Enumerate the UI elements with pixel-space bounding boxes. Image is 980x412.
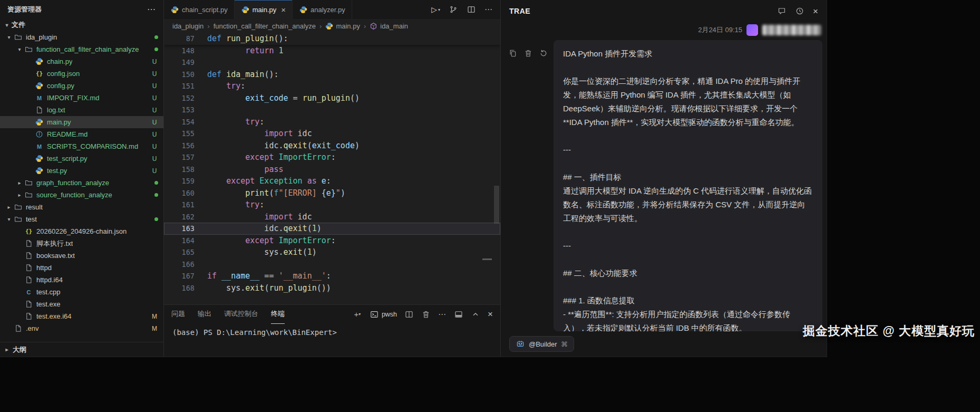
line-number[interactable]: 151: [164, 80, 207, 92]
line-number[interactable]: 167: [164, 270, 207, 282]
tree-item[interactable]: README.mdU: [0, 128, 163, 140]
branch-icon[interactable]: [449, 5, 458, 14]
panel-tab-终端[interactable]: 终端: [271, 305, 285, 324]
close-icon[interactable]: ×: [281, 6, 286, 14]
line-number[interactable]: 154: [164, 116, 207, 128]
terminal-profile[interactable]: pwsh: [370, 310, 397, 319]
line-number[interactable]: 150: [164, 69, 207, 81]
tree-item[interactable]: ▸graph_function_analyze: [0, 177, 163, 189]
code-line[interactable]: 166: [164, 258, 500, 271]
line-number[interactable]: 163: [164, 223, 207, 235]
line-number[interactable]: 155: [164, 128, 207, 140]
copy-message-button[interactable]: [508, 49, 518, 58]
code-line[interactable]: 164 except ImportError:: [164, 235, 500, 247]
tree-item[interactable]: test_script.pyU: [0, 152, 163, 165]
builder-chip[interactable]: @Builder ⌘: [509, 336, 574, 352]
code-line[interactable]: 161 try:: [164, 199, 500, 211]
tab-main.py[interactable]: main.py×: [235, 0, 293, 19]
line-number[interactable]: 164: [164, 235, 207, 247]
outline-section-header[interactable]: ▸ 大纲: [0, 342, 163, 357]
tree-item[interactable]: httpd: [0, 262, 163, 274]
line-number[interactable]: 148: [164, 45, 207, 57]
tree-item[interactable]: ▸result: [0, 201, 163, 213]
code-line[interactable]: 153: [164, 104, 500, 116]
tree-item[interactable]: chain.pyU: [0, 55, 163, 68]
code-line[interactable]: 160 print(f"[ERROR] {e}"): [164, 187, 500, 199]
history-icon[interactable]: [795, 6, 804, 16]
line-number[interactable]: 158: [164, 164, 207, 176]
maximize-panel-button[interactable]: [471, 310, 480, 319]
code-line[interactable]: 156 idc.qexit(exit_code): [164, 140, 500, 152]
breadcrumb-item[interactable]: main.py: [325, 22, 360, 30]
line-number[interactable]: 159: [164, 175, 207, 187]
tree-item[interactable]: config.pyU: [0, 80, 163, 92]
code-line[interactable]: 163 idc.qexit(1): [164, 223, 500, 235]
files-section-header[interactable]: ▾ 文件: [0, 18, 163, 31]
tree-item[interactable]: {}config.jsonU: [0, 68, 163, 80]
tree-item[interactable]: MSCRIPTS_COMPARISON.mdU: [0, 140, 163, 152]
tree-item[interactable]: ▸source_function_analyze: [0, 189, 163, 201]
scrollbar[interactable]: [494, 186, 499, 224]
code-line[interactable]: 155 import idc: [164, 128, 500, 140]
feedback-icon[interactable]: [777, 6, 787, 16]
line-number[interactable]: 156: [164, 140, 207, 152]
kill-terminal-button[interactable]: [421, 310, 431, 319]
line-number[interactable]: 160: [164, 187, 207, 199]
line-number[interactable]: 168: [164, 282, 207, 294]
panel-layout-button[interactable]: [454, 310, 463, 319]
new-terminal-button[interactable]: +▾: [353, 310, 362, 319]
line-number[interactable]: 153: [164, 104, 207, 116]
tab-analyzer.py[interactable]: analyzer.py: [293, 0, 352, 19]
line-number[interactable]: 162: [164, 211, 207, 223]
tree-item[interactable]: ▾test: [0, 213, 163, 225]
tree-item[interactable]: test.exe.i64M: [0, 310, 163, 322]
panel-tab-调试控制台[interactable]: 调试控制台: [224, 305, 258, 324]
code-line[interactable]: 167if __name__ == '__main__':: [164, 270, 500, 282]
tree-item[interactable]: httpd.i64: [0, 274, 163, 286]
sticky-scroll-line[interactable]: 87def run_plugin():: [164, 33, 500, 45]
line-number[interactable]: 165: [164, 246, 207, 258]
delete-message-button[interactable]: [523, 49, 533, 58]
code-line[interactable]: 149: [164, 56, 500, 69]
line-number[interactable]: 166: [164, 258, 207, 271]
run-button[interactable]: ▷▾: [431, 5, 440, 14]
split-terminal-button[interactable]: [404, 310, 414, 319]
breadcrumb-item[interactable]: ida_plugin: [172, 22, 203, 30]
retry-message-button[interactable]: [539, 49, 548, 58]
code-line[interactable]: 159 except Exception as e:: [164, 175, 500, 187]
tree-item[interactable]: {}20260226_204926-chain.json: [0, 225, 163, 237]
tree-item[interactable]: test.exe: [0, 298, 163, 310]
line-number[interactable]: 149: [164, 56, 207, 69]
panel-tab-输出[interactable]: 输出: [198, 305, 211, 324]
code-editor[interactable]: 87def run_plugin(): 148 return 1149150de…: [164, 33, 500, 304]
tree-item[interactable]: log.txtU: [0, 104, 163, 116]
panel-tab-问题[interactable]: 问题: [171, 305, 185, 324]
split-editor-button[interactable]: [467, 5, 476, 14]
terminal-more-button[interactable]: ⋯: [438, 310, 447, 319]
tab-chain_script.py[interactable]: chain_script.py: [164, 0, 235, 19]
breadcrumb-item[interactable]: ida_main: [370, 22, 408, 30]
line-number[interactable]: 152: [164, 92, 207, 104]
tree-item[interactable]: .envM: [0, 322, 163, 334]
code-line[interactable]: 157 except ImportError:: [164, 151, 500, 164]
terminal[interactable]: (base) PS D:\Learning\work\BinExpert>: [164, 323, 500, 357]
tree-item[interactable]: ▾function_call_filter_chain_analyze: [0, 43, 163, 55]
tree-item[interactable]: booksave.txt: [0, 250, 163, 262]
tree-item[interactable]: Ctest.cpp: [0, 286, 163, 298]
tree-item[interactable]: 脚本执行.txt: [0, 237, 163, 250]
code-line[interactable]: 148 return 1: [164, 45, 500, 57]
line-number[interactable]: 87: [164, 33, 207, 45]
close-chat-button[interactable]: ×: [813, 7, 818, 16]
tree-item[interactable]: ▾ida_plugin: [0, 31, 163, 43]
code-line[interactable]: 87def run_plugin():: [164, 33, 500, 45]
editor-more-button[interactable]: ⋯: [484, 5, 493, 14]
line-number[interactable]: 161: [164, 199, 207, 211]
breadcrumb-item[interactable]: function_call_filter_chain_analyze: [214, 22, 316, 30]
code-line[interactable]: 162 import idc: [164, 211, 500, 223]
code-line[interactable]: 168 sys.exit(run_plugin()): [164, 282, 500, 294]
code-line[interactable]: 165 sys.exit(1): [164, 246, 500, 258]
tree-item[interactable]: MIMPORT_FIX.mdU: [0, 92, 163, 104]
code-line[interactable]: 150def ida_main():: [164, 69, 500, 81]
code-line[interactable]: 158 pass: [164, 164, 500, 176]
close-panel-button[interactable]: ×: [488, 310, 493, 319]
